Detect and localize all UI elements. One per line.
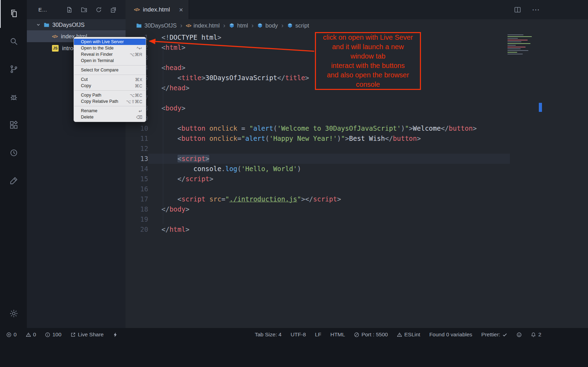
line-content: <script src="./introduction.js"></script… [148,194,588,204]
status-found-0-variables[interactable]: Found 0 variables [429,331,472,338]
activity-extensions[interactable] [0,112,27,139]
share-icon [70,332,76,337]
bell-icon [531,332,536,337]
code-line-15[interactable]: 15 </script> [126,174,588,184]
annotation-line: window tab [350,52,385,61]
menu-item-shortcut: ^↵ [137,46,142,51]
code-line-12[interactable]: 12 [126,144,588,154]
menu-item-copy-path[interactable]: Copy Path⌥⌘C [74,92,146,98]
line-content: <script> [148,154,510,164]
status-bolt[interactable] [113,332,118,337]
breadcrumb-index-html[interactable]: </>index.html [186,22,220,29]
activity-search[interactable] [0,28,27,56]
status-2[interactable]: 2 [531,331,541,338]
status-port-5500[interactable]: Port : 5500 [354,331,388,338]
code-line-17[interactable]: 17 <script src="./introduction.js"></scr… [126,194,588,204]
source-control-icon [9,64,18,75]
html-file-icon: </> [134,7,140,12]
line-content: </script> [148,174,588,184]
breadcrumb-label: script [295,22,309,29]
line-content [148,144,588,154]
minimap[interactable] [507,33,538,55]
cube-icon [257,23,263,29]
status-label: Found 0 variables [429,331,472,338]
status-utf-8[interactable]: UTF-8 [291,331,306,338]
code-line-8[interactable]: 8<body> [126,103,588,113]
code-line-10[interactable]: 10 <button onclick = "alert('Welcome to … [126,123,588,133]
new-folder-icon[interactable] [81,7,87,13]
status-html[interactable]: HTML [330,331,345,338]
menu-item-reveal-in-finder[interactable]: Reveal in Finder⌥⌘R [74,51,146,58]
code-line-16[interactable]: 16 [126,184,588,194]
status-tab-size-4[interactable]: Tab Size: 4 [255,331,281,338]
menu-item-label: Select for Compare [81,68,119,72]
breadcrumb-30daysofjs[interactable]: 30DaysOfJS [136,22,177,29]
activity-annotate[interactable] [0,167,27,195]
tab-index-html[interactable]: </> index.html × [126,0,189,19]
code-line-19[interactable]: 19 [126,214,588,224]
new-file-icon[interactable] [66,7,73,13]
bolt-icon [113,332,118,337]
activity-history[interactable] [0,139,27,167]
check-icon [502,332,507,337]
activity-source-control[interactable] [0,56,27,84]
activity-explorer[interactable] [0,0,27,28]
tree-root-folder[interactable]: 30DaysOfJS [27,19,126,30]
menu-separator [74,75,145,75]
status-label: ESLint [404,331,420,338]
context-menu: Open with Live ServerOpen to the Side^↵R… [74,37,146,122]
breadcrumb-script[interactable]: script [287,22,309,29]
line-number: 20 [126,224,148,235]
explorer-title: E… [38,7,47,13]
status-live-share[interactable]: Live Share [70,331,104,338]
menu-item-open-in-terminal[interactable]: Open in Terminal [74,58,146,64]
code-line-11[interactable]: 11 <button onclick="alert('Happy New Yea… [126,133,588,144]
status-0[interactable]: 0 [26,331,36,338]
chevron-right-icon: › [281,22,284,29]
breadcrumb-html[interactable]: html [229,22,248,29]
activity-run-debug[interactable] [0,84,27,112]
code-line-14[interactable]: 14 console.log('Hello, World') [126,164,588,174]
activity-settings[interactable] [0,300,27,328]
status-smiley[interactable] [517,332,522,337]
breadcrumb-body[interactable]: body [257,22,278,29]
menu-item-shortcut: ⌘X [135,77,142,82]
status-lf[interactable]: LF [315,331,321,338]
more-actions-icon[interactable]: ⋯ [532,5,540,14]
code-line-18[interactable]: 18</body> [126,204,588,214]
menu-item-label: Open in Terminal [81,58,114,63]
status-label: Prettier: [481,331,500,338]
breadcrumb: 30DaysOfJS›</>index.html›html›body›scrip… [126,19,588,32]
menu-item-rename[interactable]: Rename↵ [74,108,146,114]
menu-item-cut[interactable]: Cut⌘X [74,76,146,83]
status-prettier[interactable]: Prettier: [481,331,507,338]
menu-item-shortcut: ⌥⌘R [130,52,142,57]
info-icon [45,332,50,337]
menu-item-copy-relative-path[interactable]: Copy Relative Path⌥⇧⌘C [74,98,146,105]
status-bar: 00100Live Share Tab Size: 4UTF-8LFHTMLPo… [0,328,588,367]
menu-item-open-to-the-side[interactable]: Open to the Side^↵ [74,45,146,51]
status-0[interactable]: 0 [6,331,17,338]
explorer-icon [9,9,18,20]
status-eslint[interactable]: ESLint [397,331,420,338]
split-editor-icon[interactable] [514,6,521,14]
menu-item-open-with-live-server[interactable]: Open with Live Server [74,39,146,45]
status-label: UTF-8 [291,331,306,338]
menu-item-delete[interactable]: Delete⌫ [74,114,146,120]
vscode-window: E… 30DaysOfJS </> index.html JS introduc… [0,0,588,367]
collapse-all-icon[interactable] [110,7,116,13]
code-line-20[interactable]: 20</html> [126,224,588,235]
menu-item-copy[interactable]: Copy⌘C [74,83,146,89]
menu-item-label: Reveal in Finder [81,52,113,57]
line-number: 17 [126,194,148,204]
close-icon[interactable]: × [179,6,183,13]
code-line-7[interactable]: 7 [126,93,588,103]
refresh-icon[interactable] [96,7,102,13]
code-line-13[interactable]: 13 <script> [126,154,588,164]
annotation-line: and it will launch a new [332,42,404,52]
code-line-9[interactable]: 9 [126,113,588,123]
line-number: 11 [126,133,148,144]
breadcrumb-label: 30DaysOfJS [144,22,177,29]
menu-item-select-for-compare[interactable]: Select for Compare [74,67,146,73]
status-100[interactable]: 100 [45,331,61,338]
